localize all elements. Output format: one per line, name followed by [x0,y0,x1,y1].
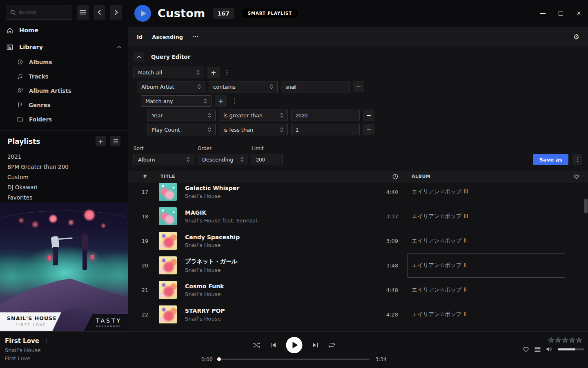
minimize-button[interactable] [540,10,546,16]
next-track-button[interactable] [312,342,318,348]
volume-button[interactable] [546,346,552,352]
collapse-query-editor-button[interactable] [134,52,144,62]
play-pause-button[interactable] [286,337,303,353]
save-as-button[interactable]: Save as [533,154,568,165]
sidebar-item-label: Home [19,27,38,34]
group-menu-button[interactable]: ⋮ [230,97,238,105]
column-header-number[interactable]: # [134,174,156,179]
album-art-thumbnail [159,256,177,274]
order-label: Order [198,146,248,151]
track-duration: 3:09 [370,238,401,244]
favorite-button[interactable] [523,346,529,352]
table-row[interactable]: 22 STARRY POP Snail’s House 4:28 エイリアン☆ポ… [128,302,588,327]
focused-album-cell[interactable]: エイリアン☆ポップ II [401,253,565,278]
query-editor: Query Editor Match all + ⋮ Album Artist [128,47,588,135]
chevron-up-icon[interactable] [117,46,121,49]
rule-value-input[interactable] [281,81,350,92]
close-button[interactable]: ✕ [576,10,582,16]
seek-bar[interactable] [218,359,370,360]
query-sort-select[interactable]: Album [134,154,194,165]
now-playing-menu-button[interactable]: ⋮ [44,338,49,344]
sidebar-item-album-artists[interactable]: Album Artists [0,83,128,98]
maximize-button[interactable] [558,10,564,16]
track-favorite[interactable] [565,229,588,253]
sidebar-item-tracks[interactable]: Tracks [0,69,128,83]
remove-rule-button[interactable]: − [363,110,374,121]
column-header-duration[interactable] [370,174,401,180]
now-playing-artist: Snail’s House [5,347,49,353]
search-input[interactable] [19,9,68,16]
playlist-item[interactable]: Favorites [7,192,120,202]
playlist-item[interactable]: 2021 [7,151,120,162]
rule-field-select[interactable]: Play Count [147,124,216,135]
chevron-up-icon [137,56,141,58]
column-header-title[interactable]: TITLE [156,174,370,179]
queue-button[interactable] [535,347,541,352]
play-playlist-button[interactable] [134,5,151,22]
sort-more-button[interactable]: ⋯ [192,33,199,40]
nav-forward-button[interactable] [110,5,122,20]
match-mode-select[interactable]: Match all [134,67,204,78]
previous-track-button[interactable] [270,342,276,348]
folder-icon [17,117,23,122]
star-icon[interactable] [562,337,568,343]
table-row[interactable]: 17 Galactic Whisper Snail’s House 4:40 エ… [128,182,588,204]
query-order-select[interactable]: Descending [198,154,248,165]
star-icon[interactable] [548,337,555,343]
sidebar-item-albums[interactable]: Albums [0,55,128,69]
sidebar-item-library[interactable]: Library [0,41,128,53]
table-row[interactable]: 21 Cosmo Funk Snail’s House 4:48 エイリアン☆ポ… [128,278,588,302]
rule-operator-select[interactable]: is greater than [219,110,288,121]
playlist-options-button[interactable] [110,136,120,146]
add-playlist-button[interactable]: + [96,136,106,146]
add-rule-button[interactable]: + [215,95,227,107]
seek-handle[interactable] [217,357,221,361]
group-menu-button[interactable]: ⋮ [223,69,231,76]
rule-field-select[interactable]: Album Artist [137,81,205,92]
sort-field[interactable]: Id [137,34,143,40]
track-favorite[interactable] [565,302,588,327]
search-box[interactable] [6,5,72,20]
sort-direction[interactable]: Ascending [152,34,183,40]
shuffle-button[interactable] [253,342,261,348]
add-rule-button[interactable]: + [207,67,220,78]
playlist-item[interactable]: BPM Greater than 200 [7,162,120,172]
rule-operator-select[interactable]: is less than [219,124,288,135]
query-sort-value: Album [138,157,186,163]
star-icon[interactable] [576,337,582,343]
sidebar-item-folders[interactable]: Folders [0,112,128,126]
limit-input[interactable] [252,154,283,165]
sidebar-item-genres[interactable]: Genres [0,98,128,112]
settings-gear-button[interactable]: ⚙ [573,34,579,40]
track-favorite[interactable] [565,253,588,278]
column-header-album[interactable]: ALBUM [401,174,565,179]
menu-button[interactable] [77,5,89,20]
match-mode-select[interactable]: Match any [141,95,212,107]
sidebar-item-home[interactable]: Home [0,24,128,36]
track-favorite[interactable] [565,278,588,302]
table-row[interactable]: 18 MAGIK Snail’s House feat. Sennzai 3:3… [128,204,588,229]
rule-value-input[interactable] [291,110,360,121]
nav-back-button[interactable] [94,5,106,20]
column-header-favorite[interactable] [565,174,588,179]
next-icon [312,342,318,348]
rule-value-input[interactable] [291,124,360,135]
volume-slider[interactable] [558,348,584,350]
rating-stars[interactable] [523,337,582,343]
save-menu-button[interactable]: ⋮ [572,154,582,165]
playlist-item[interactable]: Custom [7,172,120,182]
cover-art-figure-woman-legs [82,249,87,270]
repeat-button[interactable] [328,342,336,348]
star-icon[interactable] [555,337,561,343]
minimize-icon [540,13,546,14]
playlist-item[interactable]: DJ Okawari [7,182,120,192]
table-row[interactable]: 20 プラネット・ガール Snail’s House 3:48 エイリアン☆ポッ… [128,253,588,278]
remove-rule-button[interactable]: − [353,81,364,92]
sidebar: Home Library Albums Tracks Album Artists [0,0,128,331]
scrollbar-thumb[interactable] [584,199,588,213]
rule-field-select[interactable]: Year [147,110,216,121]
table-row[interactable]: 19 Candy Spaceship Snail’s House 3:09 エイ… [128,229,588,253]
rule-operator-select[interactable]: contains [209,81,278,92]
star-icon[interactable] [569,337,575,343]
remove-rule-button[interactable]: − [363,124,374,135]
